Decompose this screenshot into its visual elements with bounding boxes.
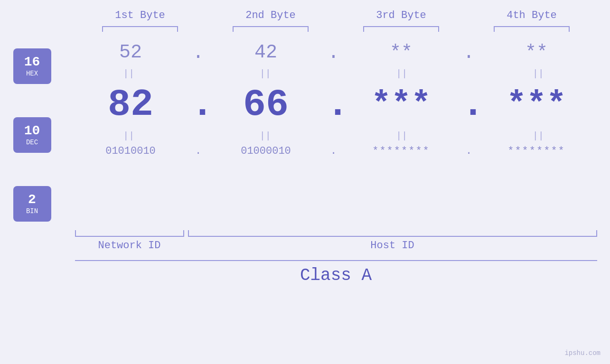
network-id-label: Network ID: [75, 240, 184, 252]
main-container: 1st Byte 2nd Byte 3rd Byte 4th Byte 16 H…: [0, 0, 610, 364]
dec-b3-cell: ***: [341, 86, 462, 123]
bin-b1-cell: 01010010: [70, 145, 191, 157]
bin-sep1: .: [191, 145, 206, 157]
dec-b1-cell: 82: [70, 86, 191, 124]
dec-badge: 10 DEC: [13, 117, 51, 153]
dec-data-row: 82 . 66 . *** . ***: [70, 83, 597, 126]
bin-num: 2: [28, 193, 36, 207]
bracket-line-3: [363, 26, 439, 32]
bin-badge: 2 BIN: [13, 186, 51, 222]
spacer-2: [13, 158, 70, 186]
dec-base: DEC: [26, 139, 38, 146]
bin-b2-cell: 01000010: [206, 145, 327, 157]
byte2-header: 2nd Byte: [206, 9, 336, 21]
bin-b3-cell: ********: [341, 145, 462, 157]
bin-dot-2: .: [330, 145, 337, 157]
bin-b3-value: ********: [372, 145, 430, 157]
byte-headers: 1st Byte 2nd Byte 3rd Byte 4th Byte: [75, 9, 597, 21]
hex-base: HEX: [26, 70, 38, 77]
bin-sep3: .: [462, 145, 476, 157]
network-bracket: [75, 230, 184, 237]
hex-b1-value: 52: [119, 35, 142, 65]
class-bracket-line: [75, 260, 597, 261]
bracket-cell-3: [336, 26, 467, 32]
byte1-header: 1st Byte: [75, 9, 206, 21]
eq1-b3: ||: [343, 68, 461, 79]
hex-dot-2: .: [328, 42, 339, 64]
hex-b1-cell: 52: [70, 41, 191, 64]
hex-b4-cell: **: [476, 42, 597, 64]
id-labels-row: Network ID Host ID: [75, 240, 597, 252]
hex-sep3: .: [462, 42, 476, 64]
eq2-b4: ||: [479, 131, 597, 141]
bracket-line-4: [494, 26, 570, 32]
eq2-b1: ||: [70, 131, 188, 141]
bin-b4-cell: ********: [476, 145, 597, 157]
class-section: Class A: [75, 260, 597, 285]
top-brackets: [75, 26, 597, 32]
eq1-b4: ||: [479, 68, 597, 79]
hex-badge: 16 HEX: [13, 48, 51, 84]
hex-num: 16: [24, 55, 40, 70]
eq2-b2: ||: [206, 131, 324, 141]
hex-sep1: .: [191, 42, 206, 64]
hex-b4-value: **: [525, 42, 548, 64]
hex-sep2: .: [327, 42, 341, 64]
main-content: 16 HEX 10 DEC 2 BIN 52 .: [13, 41, 597, 226]
bin-dot-3: .: [466, 145, 472, 157]
bin-sep2: .: [327, 145, 341, 157]
dec-b3-value: ***: [371, 86, 431, 123]
hex-data-row: 52 . 42 . ** . **: [70, 41, 597, 64]
hex-dot-3: .: [463, 42, 474, 64]
bracket-cell-1: [75, 26, 206, 32]
bin-b4-value: ********: [507, 145, 565, 157]
hex-b2-cell: 42: [206, 41, 327, 64]
eq2-b3: ||: [343, 131, 461, 141]
bin-data-row: 01010010 . 01000010 . ******** .: [70, 145, 597, 157]
dec-b4-cell: ***: [476, 86, 597, 123]
bracket-line-2: [233, 26, 309, 32]
hex-b2-value: 42: [254, 35, 277, 65]
hex-b3-cell: **: [341, 42, 462, 64]
dec-b2-value: 66: [243, 78, 289, 131]
bin-base: BIN: [26, 207, 38, 215]
bin-dot-1: .: [195, 145, 201, 157]
dec-b2-cell: 66: [206, 86, 327, 124]
byte4-header: 4th Byte: [467, 9, 597, 21]
class-label: Class A: [75, 266, 597, 285]
dec-b4-value: ***: [507, 86, 566, 123]
bracket-cell-4: [467, 26, 597, 32]
dec-sep1: .: [191, 83, 206, 126]
hex-b3-value: **: [390, 42, 413, 64]
eq1-b2: ||: [206, 68, 324, 79]
eq1-b1: ||: [70, 68, 188, 79]
host-id-label: Host ID: [188, 240, 597, 252]
bracket-line-1: [102, 26, 178, 32]
watermark: ipshu.com: [564, 349, 601, 357]
dec-num: 10: [24, 124, 40, 139]
bracket-cell-2: [206, 26, 336, 32]
host-bracket: [188, 230, 597, 237]
dec-sep3: .: [462, 83, 476, 126]
rows-section: 52 . 42 . ** . **: [70, 41, 597, 157]
spacer-1: [13, 89, 70, 117]
labels-column: 16 HEX 10 DEC 2 BIN: [13, 48, 70, 226]
dec-sep2: .: [327, 83, 341, 126]
bin-b2-value: 01000010: [241, 140, 291, 159]
bottom-brackets: [75, 230, 597, 237]
bin-b1-value: 01010010: [105, 140, 156, 159]
hex-dot-1: .: [192, 42, 204, 64]
dec-b1-value: 82: [108, 78, 153, 131]
byte3-header: 3rd Byte: [336, 9, 467, 21]
